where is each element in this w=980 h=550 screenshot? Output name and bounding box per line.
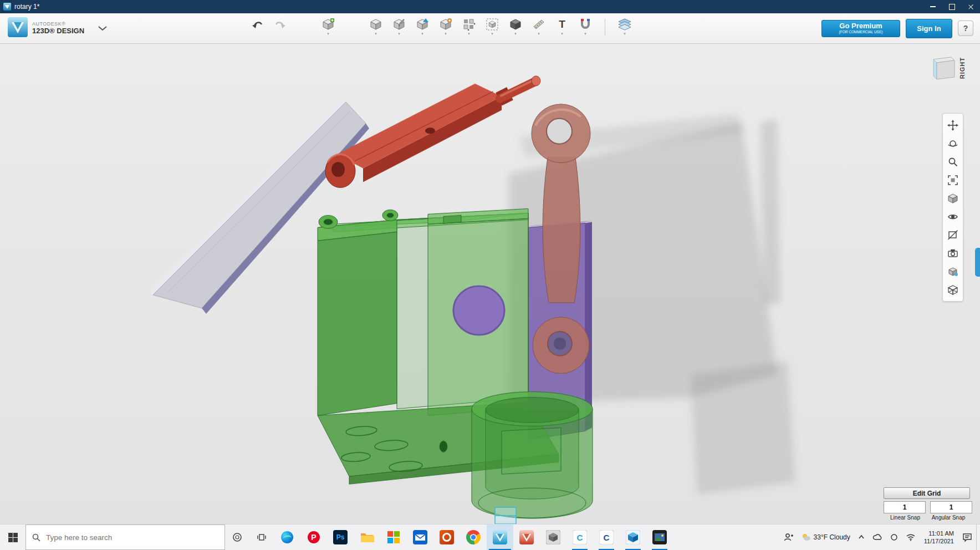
app-icon-photoshop[interactable]: Ps [327,524,354,550]
brand-product-label: 123D® DESIGN [32,27,84,35]
dropdown-chevron-icon[interactable]: ▾ [538,32,540,35]
redo-button[interactable] [272,14,289,42]
screenshot-camera-button[interactable] [945,244,961,262]
cinema-letter: C [604,533,610,542]
search-input[interactable] [45,533,219,542]
cortana-icon [232,532,242,542]
construct-tool-button[interactable]: ▾ [414,14,431,42]
part-green-cylinder[interactable] [472,392,593,518]
linear-snap-input[interactable] [884,501,926,513]
minimize-button[interactable] [923,0,942,13]
cloud-icon [872,533,882,541]
maximize-button[interactable] [942,0,961,13]
canvas-area[interactable]: RIGHT [0,44,980,524]
main-menu-chevron-icon[interactable] [98,26,108,31]
clock-time: 11:01 AM [928,529,954,537]
angular-snap-label: Angular Snap [927,515,970,521]
material-tool-button[interactable]: ▾ [616,14,633,42]
onedrive-button[interactable] [869,524,886,550]
dropdown-chevron-icon[interactable]: ▾ [445,32,447,35]
dropdown-chevron-icon[interactable]: ▾ [584,32,586,35]
task-view-icon [257,532,267,542]
dropdown-chevron-icon[interactable]: ▾ [375,32,377,35]
dropdown-chevron-icon[interactable]: ▾ [468,32,470,35]
network-button[interactable] [902,524,920,550]
app-icon-meshmixer[interactable] [540,524,566,550]
app-icon-photos[interactable] [646,524,673,550]
app-icon-autodesk-red[interactable] [513,524,540,550]
primitives-tool-button[interactable]: ▾ [368,14,384,42]
text-tool-button[interactable]: T ▾ [554,14,570,42]
notification-icon [962,532,972,542]
text-tool-glyph: T [559,18,565,31]
view-cube[interactable]: RIGHT [929,54,966,83]
people-button[interactable] [779,524,797,550]
pattern-tool-button[interactable]: ▾ [461,14,477,42]
app-icon-123d-design[interactable] [487,524,513,550]
app-icon-3d-builder[interactable] [620,524,646,550]
app-icon-mail[interactable] [407,524,433,550]
fit-view-button[interactable] [945,171,961,189]
view-mode-button[interactable] [945,189,961,207]
angular-snap-input[interactable] [930,501,972,513]
go-premium-button[interactable]: Go Premium (FOR COMMERCIAL USE) [821,20,900,37]
sketch-profile[interactable] [495,507,516,524]
tool-strip: ▾ ▾ ▾ ▾ ▾ ▾ [249,14,633,42]
search-icon [32,533,40,542]
app-icon-office[interactable] [433,524,460,550]
go-premium-label: Go Premium [822,22,900,30]
visibility-eye-button[interactable] [945,207,961,226]
app-icon-cura[interactable]: C [566,524,593,550]
app-icon-cinema[interactable]: C [593,524,620,550]
view-cube-icon [929,54,957,83]
photoshop-letters: Ps [336,533,345,541]
material-shading-button[interactable] [945,262,961,281]
bluetooth-tray-button[interactable] [886,524,902,550]
pan-button[interactable] [945,116,961,134]
window-controls [923,0,980,13]
view-cube-face-label[interactable]: RIGHT [959,57,966,79]
dropdown-chevron-icon[interactable]: ▾ [398,32,400,35]
brand-text: AUTODESK® 123D® DESIGN [32,22,84,35]
dropdown-chevron-icon[interactable]: ▾ [491,32,493,35]
app-icon-chrome[interactable] [460,524,487,550]
wireframe-toggle-button[interactable] [945,281,961,299]
close-button[interactable] [961,0,980,13]
sign-in-button[interactable]: Sign In [906,19,952,38]
weather-widget[interactable]: 33°F Cloudy [797,524,854,550]
hidden-icons-chevron[interactable] [854,524,869,550]
measure-tool-button[interactable]: ▾ [530,14,547,42]
orbit-button[interactable] [945,134,961,152]
combine-tool-button[interactable]: ▾ [507,14,524,42]
app-icon-file-explorer[interactable] [354,524,380,550]
hide-components-button[interactable] [945,226,961,244]
sketch-tool-button[interactable]: ▾ [391,14,407,42]
taskbar-clock[interactable]: 11:01 AM 11/17/2021 [920,524,958,550]
snap-tool-button[interactable]: ▾ [577,14,594,42]
start-button[interactable] [0,524,25,550]
action-center-button[interactable] [958,524,976,550]
dropdown-chevron-icon[interactable]: ▾ [514,32,517,35]
help-button[interactable]: ? [958,21,973,36]
dropdown-chevron-icon[interactable]: ▾ [561,32,563,35]
task-view-button[interactable] [249,524,274,550]
3d-viewport[interactable] [0,44,980,524]
app-icon-edge[interactable] [274,524,300,550]
modify-tool-button[interactable]: ▾ [437,14,454,42]
transform-tool-button[interactable]: ▾ [320,14,336,42]
part-purple-disc[interactable] [453,286,504,335]
app-icon-pinterest[interactable]: P [300,524,327,550]
collapsed-panel-tab[interactable] [975,248,980,277]
edit-grid-button[interactable]: Edit Grid [884,487,970,499]
taskbar-search[interactable] [25,524,225,550]
dropdown-chevron-icon[interactable]: ▾ [624,32,626,35]
app-icon-microsoft-store[interactable] [380,524,407,550]
cortana-button[interactable] [225,524,249,550]
edit-grid-panel: Edit Grid Linear Snap Angular Snap [884,487,970,521]
undo-button[interactable] [249,14,266,42]
dropdown-chevron-icon[interactable]: ▾ [327,32,329,35]
zoom-button[interactable] [945,152,961,171]
show-desktop-button[interactable] [976,524,980,550]
grouping-tool-button[interactable]: ▾ [484,14,501,42]
dropdown-chevron-icon[interactable]: ▾ [421,32,423,35]
